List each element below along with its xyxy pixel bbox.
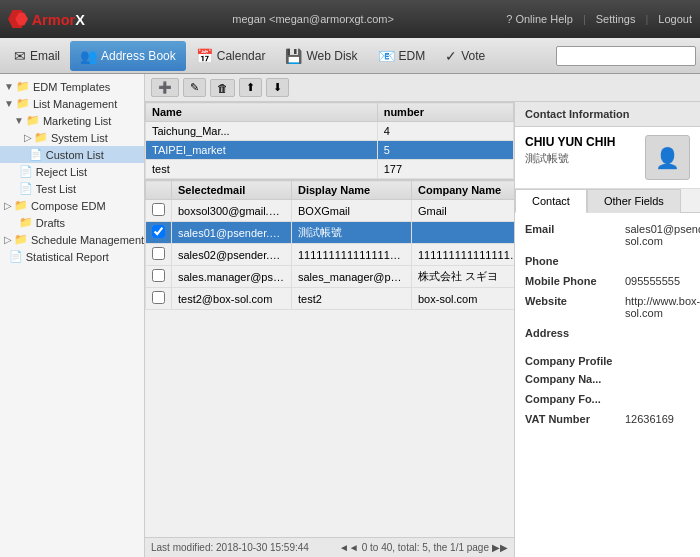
field-phone: Phone [525, 251, 690, 271]
nav-calendar[interactable]: 📅 Calendar [186, 41, 276, 71]
first-page-btn[interactable]: ◄◄ [339, 542, 359, 553]
table-row[interactable]: test 177 [146, 160, 514, 179]
sidebar-item-reject-list[interactable]: 📄 Reject List [0, 163, 144, 180]
nav-web-disk-label: Web Disk [306, 49, 357, 63]
contact-row[interactable]: test2@box-sol.com test2 box-sol.com 測試 [146, 288, 515, 310]
tab-other-fields[interactable]: Other Fields [587, 189, 681, 213]
calendar-icon: 📅 [196, 48, 213, 64]
field-label-company-name: Company Na... [525, 373, 625, 385]
sidebar-item-statistical-report[interactable]: 📄 Statistical Report [0, 248, 144, 265]
col-company-name: Company Name [412, 181, 515, 200]
doc-icon: 📄 [29, 148, 43, 161]
sidebar-item-list-management[interactable]: ▼ 📁 List Management [0, 95, 144, 112]
add-button[interactable]: ➕ [151, 78, 179, 97]
sidebar-item-test-list[interactable]: 📄 Test List [0, 180, 144, 197]
sidebar-item-compose-edm[interactable]: ▷ 📁 Compose EDM [0, 197, 144, 214]
contact-row[interactable]: sales.manager@pse... sales_manager@pse..… [146, 266, 515, 288]
cell-name: Taichung_Mar... [146, 122, 378, 141]
row-checkbox[interactable] [152, 291, 165, 304]
nav-web-disk[interactable]: 💾 Web Disk [275, 41, 367, 71]
arrow-icon [14, 217, 17, 228]
arrow-icon: ▼ [14, 115, 24, 126]
svg-text:X: X [75, 12, 85, 28]
contact-info-title: Contact Information [525, 108, 630, 120]
col-selectedmail: Selectedmail [172, 181, 292, 200]
export-button[interactable]: ⬇ [266, 78, 289, 97]
sidebar-label-marketing-list: Marketing List [43, 115, 111, 127]
sidebar-item-drafts[interactable]: 📁 Drafts [0, 214, 144, 231]
folder-icon: 📁 [16, 80, 30, 93]
sidebar-label-statistical-report: Statistical Report [26, 251, 109, 263]
cell-display: test2 [292, 288, 412, 310]
contact-row[interactable]: boxsol300@gmail.com BOXGmail Gmail BOX [146, 200, 515, 222]
sidebar-item-system-list[interactable]: ▷ 📁 System List [0, 129, 144, 146]
contact-name-area: CHIU YUN CHIH 測試帳號 👤 [515, 127, 700, 189]
contact-row[interactable]: sales02@psender.bo... 11111111111111111.… [146, 244, 515, 266]
import-button[interactable]: ⬆ [239, 78, 262, 97]
nav-edm[interactable]: 📧 EDM [368, 41, 436, 71]
contact-fields: Email sales01@psender.box-sol.com Phone … [515, 213, 700, 435]
sidebar-item-marketing-list[interactable]: ▼ 📁 Marketing List [0, 112, 144, 129]
svg-text:Armor: Armor [32, 12, 76, 28]
online-help-link[interactable]: ? Online Help [506, 13, 573, 25]
nav-email[interactable]: ✉ Email [4, 41, 70, 71]
nav-vote[interactable]: ✓ Vote [435, 41, 495, 71]
sidebar-item-schedule-management[interactable]: ▷ 📁 Schedule Management [0, 231, 144, 248]
field-label-mobile: Mobile Phone [525, 275, 625, 287]
doc-icon: 📄 [19, 165, 33, 178]
row-checkbox[interactable] [152, 269, 165, 282]
cell-company: box-sol.com [412, 288, 515, 310]
delete-button[interactable]: 🗑 [210, 79, 235, 97]
cell-email: test2@box-sol.com [172, 288, 292, 310]
col-check [146, 181, 172, 200]
nav-email-label: Email [30, 49, 60, 63]
table-row[interactable]: Taichung_Mar... 4 [146, 122, 514, 141]
field-label-company-fo: Company Fo... [525, 393, 625, 405]
cell-number: 4 [377, 122, 513, 141]
field-label-vat: VAT Number [525, 413, 625, 425]
sidebar-label-compose-edm: Compose EDM [31, 200, 106, 212]
sidebar-label-custom-list: Custom List [46, 149, 104, 161]
sidebar-label-list-management: List Management [33, 98, 117, 110]
email-icon: ✉ [14, 48, 26, 64]
nav-address-book[interactable]: 👥 Address Book [70, 41, 186, 71]
address-book-icon: 👥 [80, 48, 97, 64]
contact-pane: Contact Information CHIU YUN CHIH 測試帳號 👤… [515, 102, 700, 557]
nav-vote-label: Vote [461, 49, 485, 63]
arrow-icon [14, 183, 17, 194]
edit-button[interactable]: ✎ [183, 78, 206, 97]
search-input[interactable] [556, 46, 696, 66]
arrow-icon [4, 251, 7, 262]
split-pane: Name number Taichung_Mar... 4 [145, 102, 700, 557]
sidebar-item-custom-list[interactable]: 📄 Custom List [0, 146, 144, 163]
tab-contact[interactable]: Contact [515, 189, 587, 213]
sidebar-label-schedule-management: Schedule Management [31, 234, 144, 246]
nav-bar: ✉ Email 👥 Address Book 📅 Calendar 💾 Web … [0, 38, 700, 74]
cell-display: BOXGmail [292, 200, 412, 222]
cell-company [412, 222, 515, 244]
logo: Armor X [8, 5, 108, 33]
row-checkbox[interactable] [152, 225, 165, 238]
contact-row[interactable]: sales01@psender.bo... 測試帳號 [146, 222, 515, 244]
sidebar-item-edm-templates[interactable]: ▼ 📁 EDM Templates [0, 78, 144, 95]
contact-subtitle: 測試帳號 [525, 151, 635, 166]
arrow-icon [14, 166, 17, 177]
nav-search-area [556, 46, 696, 66]
last-page-btn[interactable]: ▶▶ [492, 542, 508, 553]
row-checkbox[interactable] [152, 203, 165, 216]
field-label-address: Address [525, 327, 625, 339]
row-checkbox[interactable] [152, 247, 165, 260]
field-company-name: Company Na... [525, 369, 690, 389]
contacts-table: Selectedmail Display Name Company Name T… [145, 180, 514, 310]
field-value-mobile: 095555555 [625, 275, 690, 287]
vote-icon: ✓ [445, 48, 457, 64]
folder-icon: 📁 [19, 216, 33, 229]
doc-icon: 📄 [19, 182, 33, 195]
cell-company: 11111111111111111... [412, 244, 515, 266]
sidebar-label-system-list: System List [51, 132, 108, 144]
logout-link[interactable]: Logout [658, 13, 692, 25]
list-toolbar: ➕ ✎ 🗑 ⬆ ⬇ [145, 74, 700, 102]
cell-email: sales.manager@pse... [172, 266, 292, 288]
table-row[interactable]: TAIPEI_market 5 [146, 141, 514, 160]
settings-link[interactable]: Settings [596, 13, 636, 25]
